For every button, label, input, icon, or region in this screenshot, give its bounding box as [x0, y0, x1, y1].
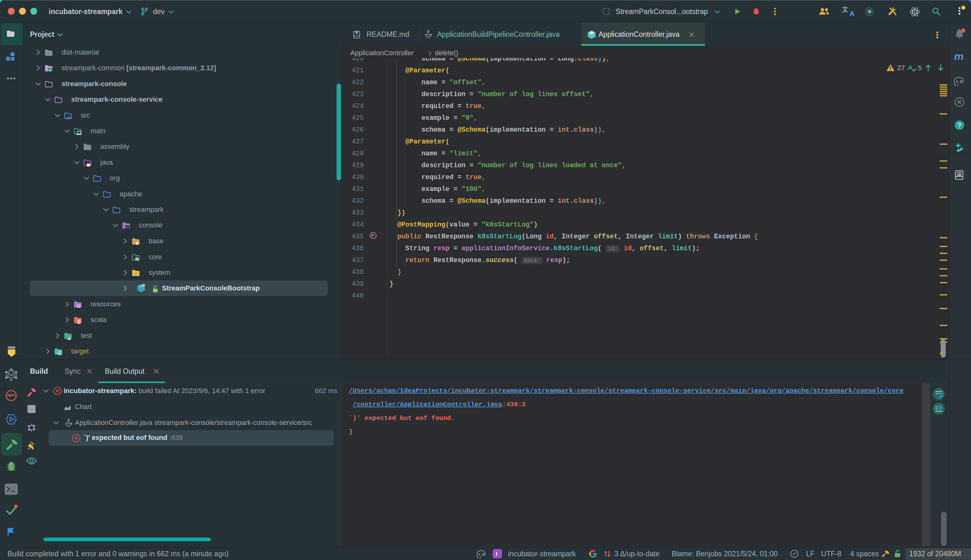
svg-text:A: A [908, 63, 913, 72]
svg-text:A: A [958, 172, 961, 176]
svg-text:P: P [371, 233, 374, 238]
svg-text:?: ? [958, 122, 961, 128]
